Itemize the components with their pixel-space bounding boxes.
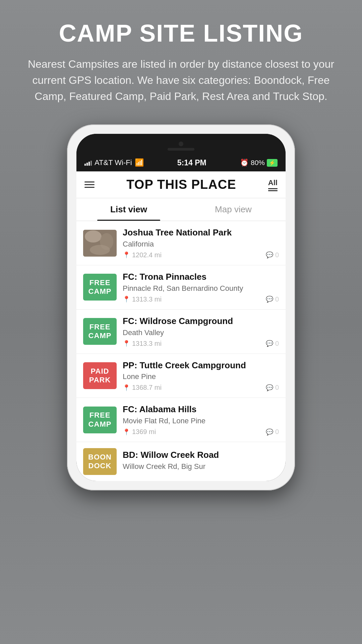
status-time: 5:14 PM <box>177 158 206 167</box>
item-content: FC: Trona Pinnacles Pinnacle Rd, San Ber… <box>123 271 279 303</box>
item-badge-paid-park: PAID PARK <box>83 362 117 389</box>
item-subtitle: Lone Pine <box>123 372 279 381</box>
item-content: PP: Tuttle Creek Campground Lone Pine 📍 … <box>123 360 279 392</box>
camera-dot <box>179 142 183 146</box>
tab-list-view[interactable]: List view <box>76 198 181 221</box>
status-left: AT&T Wi-Fi 📶 <box>84 158 144 167</box>
item-subtitle: Death Valley <box>123 328 279 337</box>
signal-bar-1 <box>84 164 86 166</box>
signal-bar-3 <box>88 162 90 166</box>
item-name: BD: Willow Creek Road <box>123 449 279 461</box>
hamburger-line-1 <box>84 181 95 182</box>
item-subtitle: Movie Flat Rd, Lone Pine <box>123 417 279 425</box>
list-item[interactable]: Joshua Tree National Park California 📍 1… <box>76 221 286 265</box>
item-name: PP: Tuttle Creek Campground <box>123 360 279 371</box>
item-name: Joshua Tree National Park <box>123 227 279 238</box>
tab-bar: List view Map view <box>76 198 286 221</box>
battery-percent: 80% <box>251 159 265 167</box>
item-subtitle: California <box>123 240 279 249</box>
item-distance: 📍 1369 mi <box>123 428 156 436</box>
menu-button[interactable] <box>84 181 95 188</box>
wifi-icon: 📶 <box>135 158 144 167</box>
list-item[interactable]: FREE CAMP FC: Wildrose Campground Death … <box>76 310 286 354</box>
signal-bar-4 <box>90 161 92 166</box>
item-comments: 💬 0 <box>266 384 279 391</box>
item-badge-free-camp: FREE CAMP <box>83 274 117 301</box>
item-meta: 📍 1313.3 mi 💬 0 <box>123 340 279 347</box>
carrier-label: AT&T Wi-Fi <box>95 158 132 167</box>
filter-line-2 <box>268 190 278 191</box>
filter-button[interactable]: All <box>268 178 278 191</box>
list-item[interactable]: PAID PARK PP: Tuttle Creek Campground Lo… <box>76 354 286 398</box>
signal-bar-2 <box>86 163 88 166</box>
list-item[interactable]: FREE CAMP FC: Trona Pinnacles Pinnacle R… <box>76 265 286 310</box>
comment-icon: 💬 <box>266 296 273 303</box>
header-area: CAMP SITE LISTING Nearest Campsites are … <box>0 0 362 118</box>
app-header: TOP THIS PLACE All <box>76 171 286 198</box>
item-content: FC: Wildrose Campground Death Valley 📍 1… <box>123 316 279 347</box>
item-meta: 📍 1369 mi 💬 0 <box>123 428 279 436</box>
item-badge-free-camp: FREE CAMP <box>83 318 117 345</box>
list-item[interactable]: FREE CAMP FC: Alabama Hills Movie Flat R… <box>76 398 286 442</box>
status-bar: AT&T Wi-Fi 📶 5:14 PM ⏰ 80% ⚡ <box>76 154 286 171</box>
item-meta: 📍 1313.3 mi 💬 0 <box>123 296 279 303</box>
item-badge-boondock: BOON DOCK <box>83 448 117 475</box>
item-distance: 📍 1313.3 mi <box>123 340 162 347</box>
app-title: TOP THIS PLACE <box>126 177 236 192</box>
pin-icon: 📍 <box>123 428 130 436</box>
comment-icon: 💬 <box>266 251 273 259</box>
filter-line-1 <box>268 188 278 189</box>
alarm-icon: ⏰ <box>240 159 249 167</box>
item-comments: 💬 0 <box>266 340 279 347</box>
item-comments: 💬 0 <box>266 296 279 303</box>
tab-map-view[interactable]: Map view <box>181 198 286 221</box>
pin-icon: 📍 <box>123 340 130 347</box>
item-distance: 📍 1368.7 mi <box>123 384 162 391</box>
item-content: FC: Alabama Hills Movie Flat Rd, Lone Pi… <box>123 404 279 436</box>
item-name: FC: Wildrose Campground <box>123 316 279 327</box>
filter-label: All <box>268 178 278 187</box>
pin-icon: 📍 <box>123 296 130 303</box>
item-content: Joshua Tree National Park California 📍 1… <box>123 227 279 259</box>
item-name: FC: Alabama Hills <box>123 404 279 415</box>
item-distance: 📍 1313.3 mi <box>123 296 162 303</box>
comment-icon: 💬 <box>266 428 273 436</box>
hamburger-line-2 <box>84 184 95 185</box>
item-meta: 📍 1202.4 mi 💬 0 <box>123 251 279 259</box>
phone-device: AT&T Wi-Fi 📶 5:14 PM ⏰ 80% ⚡ TOP THIS PL… <box>67 124 295 490</box>
app-screen: TOP THIS PLACE All List view Map view <box>76 171 286 481</box>
comment-icon: 💬 <box>266 384 273 391</box>
hamburger-line-3 <box>84 187 95 188</box>
item-name: FC: Trona Pinnacles <box>123 271 279 283</box>
item-distance: 📍 1202.4 mi <box>123 251 162 259</box>
speaker <box>168 148 194 151</box>
status-right: ⏰ 80% ⚡ <box>240 159 278 167</box>
item-meta: 📍 1368.7 mi 💬 0 <box>123 384 279 391</box>
item-content: BD: Willow Creek Road Willow Creek Rd, B… <box>123 449 279 474</box>
item-thumbnail-photo <box>83 230 117 257</box>
phone-top-bar <box>76 134 286 154</box>
item-subtitle: Willow Creek Rd, Big Sur <box>123 462 279 471</box>
item-comments: 💬 0 <box>266 428 279 436</box>
pin-icon: 📍 <box>123 384 130 391</box>
item-badge-free-camp: FREE CAMP <box>83 407 117 433</box>
phone-bezel: AT&T Wi-Fi 📶 5:14 PM ⏰ 80% ⚡ TOP THIS PL… <box>76 134 286 481</box>
pin-icon: 📍 <box>123 251 130 259</box>
signal-bars <box>84 160 92 166</box>
page-subtitle: Nearest Campsites are listed in order by… <box>27 56 335 104</box>
page-title: CAMP SITE LISTING <box>27 20 335 47</box>
item-comments: 💬 0 <box>266 251 279 259</box>
comment-icon: 💬 <box>266 340 273 347</box>
battery-icon: ⚡ <box>267 159 278 167</box>
list-item[interactable]: BOON DOCK BD: Willow Creek Road Willow C… <box>76 442 286 481</box>
item-subtitle: Pinnacle Rd, San Bernardino County <box>123 284 279 293</box>
